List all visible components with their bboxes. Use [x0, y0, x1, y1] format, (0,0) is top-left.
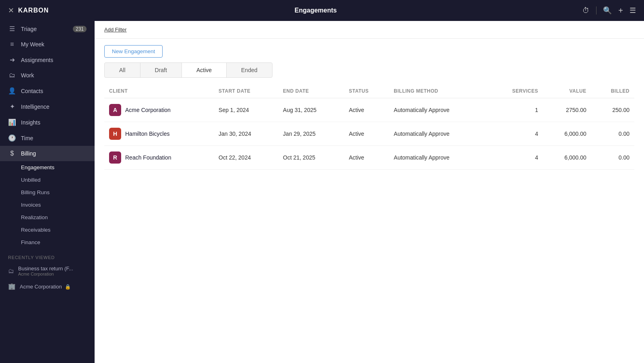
- rv-title-2: Acme Corporation 🔒: [20, 284, 71, 290]
- sidebar-sub-item-unbilled[interactable]: Unbilled: [0, 174, 95, 186]
- search-icon[interactable]: 🔍: [603, 6, 612, 15]
- inbox-icon[interactable]: ☰: [630, 6, 636, 15]
- sidebar-label-myweek: My Week: [21, 41, 44, 48]
- cell-value-1: 2750.00: [543, 98, 591, 122]
- client-name-2: Hamilton Bicycles: [125, 131, 169, 137]
- client-avatar-1: A: [109, 104, 121, 116]
- filter-bar: Add Filter: [95, 21, 644, 39]
- nav-divider: [596, 6, 597, 15]
- tabs-row: All Draft Active Ended: [95, 62, 644, 78]
- col-services: SERVICES: [489, 84, 543, 98]
- sidebar-item-billing[interactable]: $ Billing: [0, 146, 95, 161]
- sidebar-item-assignments[interactable]: ➜ Assignments: [0, 52, 95, 68]
- rv-item-1[interactable]: 🗂 Business tax return (F... Acme Corpora…: [0, 262, 95, 280]
- col-billed: BILLED: [591, 84, 634, 98]
- sidebar-item-contacts[interactable]: 👤 Contacts: [0, 83, 95, 99]
- cell-client-3: R Reach Foundation: [104, 146, 214, 170]
- cell-status-3: Active: [344, 146, 389, 170]
- table-row[interactable]: A Acme Corporation Sep 1, 2024 Aug 31, 2…: [104, 98, 634, 122]
- cell-billed-2: 0.00: [591, 122, 634, 146]
- rv-title-1: Business tax return (F...: [18, 266, 73, 272]
- sidebar-item-triage[interactable]: ☰ Triage 231: [0, 21, 95, 37]
- col-start-date: START DATE: [214, 84, 278, 98]
- table-row[interactable]: H Hamilton Bicycles Jan 30, 2024 Jan 29,…: [104, 122, 634, 146]
- cell-services-1: 1: [489, 98, 543, 122]
- rv-item-2[interactable]: 🏢 Acme Corporation 🔒: [0, 280, 95, 293]
- sidebar-label-triage: Triage: [21, 26, 37, 32]
- toolbar: New Engagement: [95, 39, 644, 62]
- top-nav-left: ✕ KARBON: [8, 6, 49, 15]
- rv-company-icon: 🏢: [8, 283, 16, 290]
- sidebar-sub-item-engagements[interactable]: Engagements: [0, 161, 95, 174]
- cell-billing-1: Automatically Approve: [389, 98, 489, 122]
- cell-start-1: Sep 1, 2024: [214, 98, 278, 122]
- table-header: CLIENT START DATE END DATE STATUS BILLIN…: [104, 84, 634, 98]
- lock-icon: 🔒: [65, 284, 71, 290]
- cell-start-3: Oct 22, 2024: [214, 146, 278, 170]
- col-billing-method: BILLING METHOD: [389, 84, 489, 98]
- cell-status-2: Active: [344, 122, 389, 146]
- client-name-1: Acme Corporation: [125, 107, 171, 113]
- time-icon: 🕐: [8, 134, 16, 142]
- page-title: Engagements: [295, 7, 337, 14]
- sidebar-item-insights[interactable]: 📊 Insights: [0, 114, 95, 130]
- cell-value-2: 6,000.00: [543, 122, 591, 146]
- cell-billed-1: 250.00: [591, 98, 634, 122]
- cell-status-1: Active: [344, 98, 389, 122]
- client-name-3: Reach Foundation: [125, 154, 171, 161]
- col-end-date: END DATE: [278, 84, 344, 98]
- client-avatar-2: H: [109, 128, 121, 140]
- cell-client-2: H Hamilton Bicycles: [104, 122, 214, 146]
- timer-icon[interactable]: ⏱: [582, 6, 590, 15]
- sidebar-sub-item-receivables[interactable]: Receivables: [0, 224, 95, 236]
- sidebar-label-insights: Insights: [21, 119, 40, 126]
- cell-value-3: 6,000.00: [543, 146, 591, 170]
- rv-details-1: Business tax return (F... Acme Corporati…: [18, 266, 73, 276]
- tab-ended[interactable]: Ended: [226, 62, 272, 78]
- add-icon[interactable]: +: [618, 6, 623, 15]
- sidebar-label-billing: Billing: [21, 150, 36, 157]
- tab-active[interactable]: Active: [182, 62, 227, 78]
- top-nav-right: ⏱ 🔍 + ☰: [582, 6, 636, 15]
- engagements-table: CLIENT START DATE END DATE STATUS BILLIN…: [104, 84, 634, 170]
- sidebar: ☰ Triage 231 ≡ My Week ➜ Assignments 🗂 W…: [0, 21, 95, 363]
- assignments-icon: ➜: [8, 56, 16, 64]
- cell-billing-3: Automatically Approve: [389, 146, 489, 170]
- triage-badge: 231: [73, 26, 87, 32]
- client-avatar-3: R: [109, 151, 121, 164]
- cell-end-2: Jan 29, 2025: [278, 122, 344, 146]
- triage-icon: ☰: [8, 25, 16, 33]
- cell-start-2: Jan 30, 2024: [214, 122, 278, 146]
- sidebar-label-contacts: Contacts: [21, 88, 43, 94]
- sidebar-label-intelligence: Intelligence: [21, 104, 50, 110]
- billing-icon: $: [8, 150, 16, 157]
- add-filter-link[interactable]: Add Filter: [104, 27, 127, 33]
- sidebar-sub-item-billing-runs[interactable]: Billing Runs: [0, 186, 95, 199]
- sidebar-item-intelligence[interactable]: ✦ Intelligence: [0, 99, 95, 114]
- intelligence-icon: ✦: [8, 103, 16, 110]
- rv-details-2: Acme Corporation 🔒: [20, 284, 71, 290]
- sidebar-sub-item-finance[interactable]: Finance: [0, 236, 95, 249]
- sidebar-item-myweek[interactable]: ≡ My Week: [0, 37, 95, 52]
- cell-billed-3: 0.00: [591, 146, 634, 170]
- recently-viewed-label: RECENTLY VIEWED: [0, 249, 95, 262]
- myweek-icon: ≡: [8, 41, 16, 48]
- tab-draft[interactable]: Draft: [140, 62, 182, 78]
- main-content: Add Filter New Engagement All Draft Acti…: [95, 21, 644, 363]
- tab-all[interactable]: All: [104, 62, 140, 78]
- sidebar-sub-item-invoices[interactable]: Invoices: [0, 199, 95, 211]
- sidebar-sub-item-realization[interactable]: Realization: [0, 211, 95, 224]
- cell-billing-2: Automatically Approve: [389, 122, 489, 146]
- top-nav: ✕ KARBON Engagements ⏱ 🔍 + ☰: [0, 0, 644, 21]
- work-icon: 🗂: [8, 72, 16, 79]
- table-row[interactable]: R Reach Foundation Oct 22, 2024 Oct 21, …: [104, 146, 634, 170]
- cell-services-2: 4: [489, 122, 543, 146]
- close-icon[interactable]: ✕: [8, 6, 14, 15]
- sidebar-item-work[interactable]: 🗂 Work: [0, 68, 95, 83]
- sidebar-item-time[interactable]: 🕐 Time: [0, 130, 95, 146]
- table-container: CLIENT START DATE END DATE STATUS BILLIN…: [95, 84, 644, 170]
- contacts-icon: 👤: [8, 87, 16, 95]
- insights-icon: 📊: [8, 118, 16, 126]
- new-engagement-button[interactable]: New Engagement: [104, 45, 163, 58]
- cell-client-1: A Acme Corporation: [104, 98, 214, 122]
